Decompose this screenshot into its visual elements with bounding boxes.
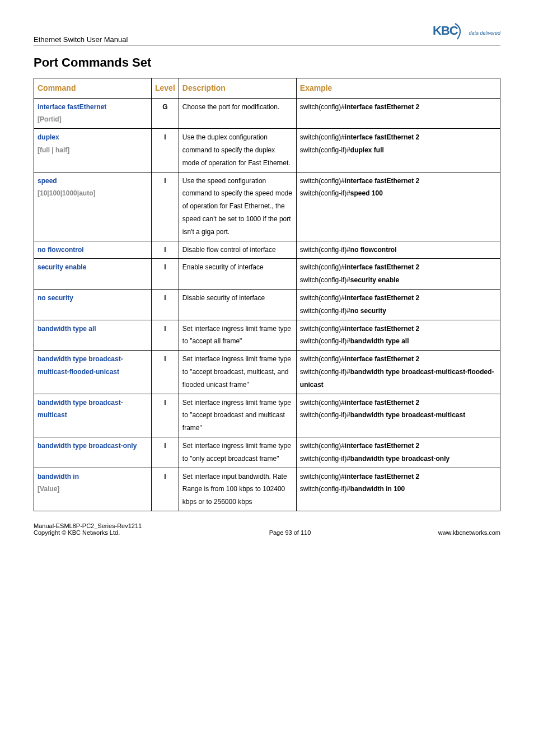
commands-table: Command Level Description Example interf…	[34, 78, 500, 511]
cell-description: Enable security of interface	[179, 259, 296, 290]
example-prefix: switch(config)#	[300, 133, 345, 141]
example-bold: interface fastEthernet 2	[345, 294, 419, 302]
cell-command: interface fastEthernet[Portid]	[34, 98, 152, 129]
footer-url: www.kbcnetworks.com	[438, 529, 500, 536]
example-prefix: switch(config)#	[300, 294, 345, 302]
col-header-level: Level	[155, 83, 175, 92]
cell-example: switch(config)#interface fastEthernet 2s…	[296, 172, 500, 241]
command-name: security enable	[38, 263, 86, 271]
table-row: bandwidth type broadcast-onlyISet interf…	[34, 437, 500, 468]
example-prefix: switch(config-if)#	[300, 455, 350, 463]
example-prefix: switch(config)#	[300, 103, 345, 111]
cell-description: Set interface ingress limit frame type t…	[179, 437, 296, 468]
example-prefix: switch(config)#	[300, 355, 345, 363]
col-header-command: Command	[38, 83, 76, 92]
cell-command: bandwidth type broadcast-only	[34, 437, 152, 468]
command-name: interface fastEthernet	[38, 103, 106, 111]
example-bold: interface fastEthernet 2	[345, 133, 419, 141]
example-bold: duplex full	[350, 146, 384, 154]
command-name: no security	[38, 294, 73, 302]
example-prefix: switch(config-if)#	[300, 146, 350, 154]
cell-level: I	[152, 394, 179, 437]
cell-example: switch(config)#interface fastEthernet 2	[296, 98, 500, 129]
example-prefix: switch(config-if)#	[300, 337, 350, 345]
cell-level: I	[152, 241, 179, 259]
kbc-logo-icon: KBC	[433, 22, 466, 44]
command-args: [full | half]	[38, 146, 69, 154]
cell-command: no flowcontrol	[34, 241, 152, 259]
footer-copyright: Copyright © KBC Networks Ltd.	[34, 529, 142, 536]
example-bold: interface fastEthernet 2	[345, 355, 419, 363]
page-footer: Manual-ESML8P-PC2_Series-Rev1211 Copyrig…	[34, 522, 500, 536]
example-bold: interface fastEthernet 2	[345, 325, 419, 333]
command-args: [10|100|1000|auto]	[38, 189, 95, 197]
cell-example: switch(config)#interface fastEthernet 2s…	[296, 351, 500, 394]
cell-level: I	[152, 468, 179, 511]
command-name: bandwidth type broadcast-multicast	[38, 399, 123, 419]
svg-text:KBC: KBC	[433, 24, 458, 38]
cell-example: switch(config)#interface fastEthernet 2s…	[296, 468, 500, 511]
cell-command: bandwidth type all	[34, 320, 152, 351]
command-name: bandwidth type all	[38, 325, 96, 333]
table-row: speed[10|100|1000|auto]IUse the speed co…	[34, 172, 500, 241]
example-bold: interface fastEthernet 2	[345, 399, 419, 407]
cell-example: switch(config)#interface fastEthernet 2s…	[296, 320, 500, 351]
example-bold: interface fastEthernet 2	[345, 442, 419, 450]
cell-description: Set interface ingress limit frame type t…	[179, 351, 296, 394]
cell-description: Set interface input bandwidth. Rate Rang…	[179, 468, 296, 511]
cell-example: switch(config)#interface fastEthernet 2s…	[296, 394, 500, 437]
example-bold: security enable	[350, 276, 399, 284]
cell-level: I	[152, 289, 179, 320]
cell-description: Set interface ingress limit frame type t…	[179, 320, 296, 351]
example-prefix: switch(config)#	[300, 399, 345, 407]
cell-level: I	[152, 259, 179, 290]
col-header-example: Example	[300, 83, 332, 92]
page-header: Ethernet Switch User Manual KBC data del…	[34, 22, 500, 45]
cell-command: no security	[34, 289, 152, 320]
example-bold: interface fastEthernet 2	[345, 473, 419, 480]
footer-left: Manual-ESML8P-PC2_Series-Rev1211 Copyrig…	[34, 522, 142, 536]
example-bold: interface fastEthernet 2	[345, 103, 419, 111]
cell-command: security enable	[34, 259, 152, 290]
example-prefix: switch(config-if)#	[300, 368, 350, 376]
example-bold: bandwidth type broadcast-multicast	[350, 411, 465, 419]
command-args: [Value]	[38, 485, 59, 493]
cell-example: switch(config)#interface fastEthernet 2s…	[296, 289, 500, 320]
example-prefix: switch(config)#	[300, 473, 345, 480]
example-bold: bandwidth type all	[350, 337, 409, 345]
cell-description: Set interface ingress limit frame type t…	[179, 394, 296, 437]
cell-description: Choose the port for modification.	[179, 98, 296, 129]
example-prefix: switch(config)#	[300, 177, 345, 185]
example-prefix: switch(config)#	[300, 442, 345, 450]
col-header-description: Description	[182, 83, 226, 92]
table-row: bandwidth in[Value]ISet interface input …	[34, 468, 500, 511]
cell-description: Disable flow control of interface	[179, 241, 296, 259]
footer-manual-id: Manual-ESML8P-PC2_Series-Rev1211	[34, 522, 142, 529]
cell-level: G	[152, 98, 179, 129]
example-prefix: switch(config-if)#	[300, 485, 350, 493]
logo: KBC data delivered	[433, 22, 500, 44]
table-row: interface fastEthernet[Portid]GChoose th…	[34, 98, 500, 129]
example-bold: interface fastEthernet 2	[345, 177, 419, 185]
table-row: bandwidth type allISet interface ingress…	[34, 320, 500, 351]
example-bold: speed 100	[350, 189, 383, 197]
cell-example: switch(config)#interface fastEthernet 2s…	[296, 129, 500, 172]
table-row: security enableIEnable security of inter…	[34, 259, 500, 290]
example-bold: no flowcontrol	[350, 246, 397, 254]
example-prefix: switch(config-if)#	[300, 411, 350, 419]
cell-command: bandwidth type broadcast-multicast	[34, 394, 152, 437]
table-row: duplex[full | half]IUse the duplex confi…	[34, 129, 500, 172]
cell-example: switch(config)#interface fastEthernet 2s…	[296, 259, 500, 290]
cell-example: switch(config-if)#no flowcontrol	[296, 241, 500, 259]
table-header-row: Command Level Description Example	[34, 78, 500, 99]
example-prefix: switch(config)#	[300, 263, 345, 271]
command-args: [Portid]	[38, 115, 62, 123]
example-bold: bandwidth type broadcast-only	[350, 455, 449, 463]
example-bold: interface fastEthernet 2	[345, 263, 419, 271]
doc-title: Ethernet Switch User Manual	[34, 35, 128, 44]
table-row: no flowcontrolIDisable flow control of i…	[34, 241, 500, 259]
cell-description: Use the speed configuration command to s…	[179, 172, 296, 241]
example-prefix: switch(config-if)#	[300, 307, 350, 315]
example-bold: no security	[350, 307, 386, 315]
table-row: bandwidth type broadcast-multicast-flood…	[34, 351, 500, 394]
